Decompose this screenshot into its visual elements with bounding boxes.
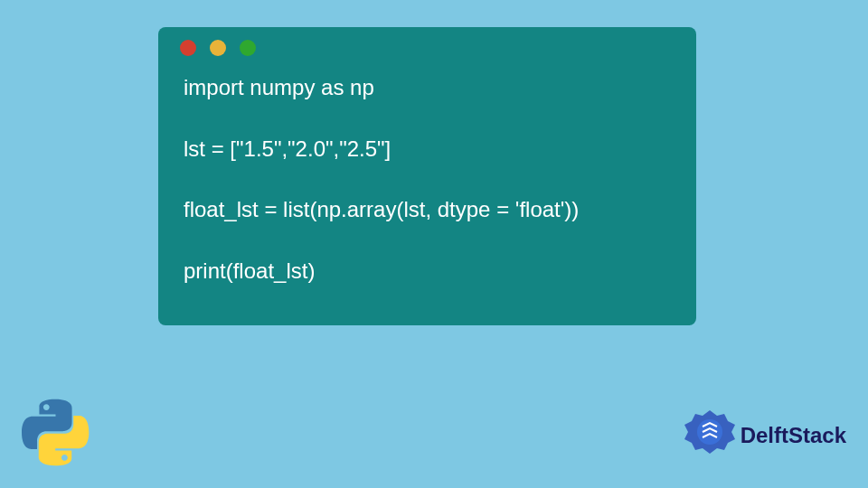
code-line-2: lst = ["1.5","2.0","2.5"]: [184, 134, 675, 164]
code-window: import numpy as np lst = ["1.5","2.0","2…: [158, 27, 696, 325]
window-controls: [158, 40, 696, 56]
code-content: import numpy as np lst = ["1.5","2.0","2…: [158, 72, 696, 286]
code-line-1: import numpy as np: [184, 72, 675, 103]
code-line-4: print(float_lst): [184, 256, 675, 286]
maximize-icon: [240, 40, 256, 56]
close-icon: [180, 40, 196, 56]
code-line-3: float_lst = list(np.array(lst, dtype = '…: [184, 194, 675, 225]
delftstack-logo: DelftStack: [683, 408, 846, 463]
delftstack-text: DelftStack: [741, 423, 846, 448]
delftstack-icon: [683, 408, 737, 463]
minimize-icon: [210, 40, 226, 56]
python-logo-icon: [22, 399, 90, 466]
